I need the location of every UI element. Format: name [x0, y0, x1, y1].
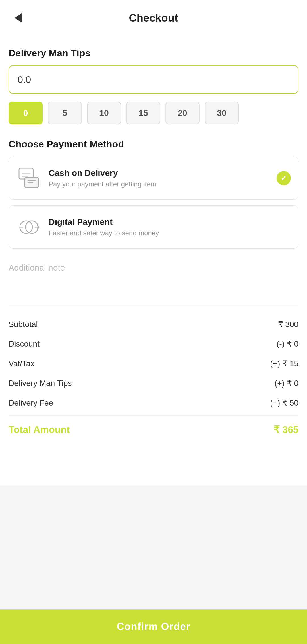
tips-row: Delivery Man Tips (+) ₹ 0 — [9, 373, 298, 393]
discount-value: (-) ₹ 0 — [277, 339, 298, 349]
cash-on-delivery-icon — [18, 167, 40, 190]
delivery-tips-title: Delivery Man Tips — [9, 48, 298, 59]
tip-amount-input[interactable] — [9, 65, 298, 94]
fee-row: Delivery Fee (+) ₹ 50 — [9, 393, 298, 413]
cod-name: Cash on Delivery — [49, 168, 270, 178]
fee-label: Delivery Fee — [9, 398, 53, 408]
payment-section-title: Choose Payment Method — [9, 139, 298, 150]
tip-options-container: 0 5 10 15 20 30 — [9, 102, 298, 124]
vat-label: Vat/Tax — [9, 359, 34, 368]
back-button[interactable] — [9, 8, 28, 28]
subtotal-label: Subtotal — [9, 320, 38, 329]
tip-option-5[interactable]: 5 — [48, 102, 82, 124]
header: Checkout — [0, 0, 307, 36]
digital-name: Digital Payment — [49, 217, 291, 227]
total-row: Total Amount ₹ 365 — [9, 415, 298, 440]
tip-option-30[interactable]: 30 — [205, 102, 239, 124]
payment-method-digital[interactable]: Digital Payment Faster and safer way to … — [9, 205, 298, 249]
tip-option-15[interactable]: 15 — [126, 102, 160, 124]
tip-option-0[interactable]: 0 — [9, 102, 43, 124]
tips-value: (+) ₹ 0 — [275, 378, 298, 388]
additional-note-section: Additional note — [9, 260, 298, 294]
confirm-order-button[interactable]: Confirm Order — [0, 609, 307, 644]
total-label: Total Amount — [9, 424, 70, 435]
subtotal-row: Subtotal ₹ 300 — [9, 314, 298, 334]
divider — [9, 306, 298, 306]
payment-section: Choose Payment Method Cash on Delivery — [9, 139, 298, 249]
payment-method-cod[interactable]: Cash on Delivery Pay your payment after … — [9, 157, 298, 200]
order-summary: Subtotal ₹ 300 Discount (-) ₹ 0 Vat/Tax … — [9, 314, 298, 440]
subtotal-value: ₹ 300 — [278, 320, 299, 329]
tip-option-20[interactable]: 20 — [165, 102, 200, 124]
cod-selected-icon — [277, 171, 291, 185]
digital-icon-wrap — [16, 214, 42, 240]
cod-desc: Pay your payment after getting item — [49, 180, 270, 188]
main-content: Delivery Man Tips 0 5 10 15 20 30 Choose… — [0, 36, 307, 486]
tips-label: Delivery Man Tips — [9, 379, 72, 388]
vat-row: Vat/Tax (+) ₹ 15 — [9, 354, 298, 373]
delivery-tips-section: Delivery Man Tips 0 5 10 15 20 30 — [9, 48, 298, 124]
fee-value: (+) ₹ 50 — [270, 398, 298, 408]
vat-value: (+) ₹ 15 — [270, 359, 298, 368]
back-icon — [14, 13, 22, 23]
digital-info: Digital Payment Faster and safer way to … — [49, 217, 291, 237]
cod-icon-wrap — [16, 165, 42, 191]
digital-payment-icon — [18, 216, 40, 238]
digital-desc: Faster and safer way to send money — [49, 229, 291, 237]
discount-label: Discount — [9, 340, 40, 349]
page-title: Checkout — [28, 12, 279, 24]
tip-option-10[interactable]: 10 — [87, 102, 121, 124]
total-value: ₹ 365 — [273, 424, 298, 435]
discount-row: Discount (-) ₹ 0 — [9, 334, 298, 354]
cod-info: Cash on Delivery Pay your payment after … — [49, 168, 270, 188]
additional-note-placeholder[interactable]: Additional note — [9, 260, 298, 294]
